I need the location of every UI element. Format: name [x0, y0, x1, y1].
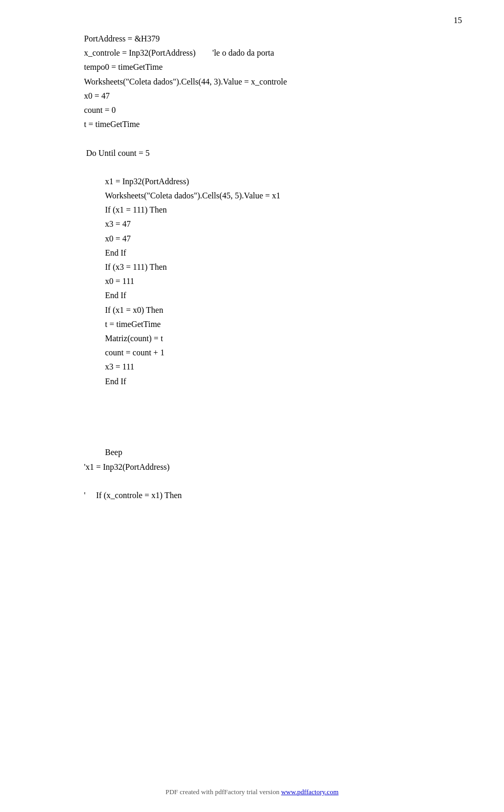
blank-1: [84, 131, 462, 145]
code-line-matriz: Matriz(count) = t: [84, 331, 462, 345]
code-line-4: Worksheets("Coleta dados").Cells(44, 3).…: [84, 75, 462, 89]
blank-6: [84, 431, 462, 445]
code-line-count-increment: count = count + 1: [84, 345, 462, 360]
code-line-endif1: End If: [84, 246, 462, 260]
code-line-if3: If (x1 = x0) Then: [84, 303, 462, 317]
page-number: 15: [454, 16, 462, 25]
footer-link[interactable]: www.pdffactory.com: [281, 788, 338, 796]
code-line-2: x_controle = Inp32(PortAddress) 'le o da…: [84, 46, 462, 60]
code-line-1: PortAddress = &H379: [84, 31, 462, 46]
code-line-x0a: x0 = 47: [84, 231, 462, 246]
blank-4: [84, 403, 462, 417]
code-line-x1: x1 = Inp32(PortAddress): [84, 174, 462, 188]
code-line-do-until: Do Until count = 5: [84, 146, 462, 160]
code-line-t: t = timeGetTime: [84, 317, 462, 331]
code-line-7: t = timeGetTime: [84, 117, 462, 131]
code-line-x0b: x0 = 111: [84, 274, 462, 288]
blank-2: [84, 160, 462, 174]
code-line-worksheets: Worksheets("Coleta dados").Cells(45, 5).…: [84, 188, 462, 203]
code-line-x3b: x3 = 111: [84, 360, 462, 374]
code-line-endif3: End If: [84, 374, 462, 388]
code-line-comment-if: ' If (x_controle = x1) Then: [84, 488, 462, 502]
blank-5: [84, 417, 462, 431]
code-line-beep: Beep: [84, 445, 462, 459]
page-container: 15 PortAddress = &H379 x_controle = Inp3…: [0, 0, 504, 812]
code-line-count: count = 0: [84, 103, 462, 117]
code-block: PortAddress = &H379 x_controle = Inp32(P…: [84, 31, 462, 502]
code-line-x3: x3 = 47: [84, 217, 462, 231]
code-line-5: x0 = 47: [84, 89, 462, 103]
blank-3: [84, 388, 462, 403]
code-line-comment-x1: 'x1 = Inp32(PortAddress): [84, 460, 462, 474]
footer-text: PDF created with pdfFactory trial versio…: [165, 788, 281, 796]
code-line-if1: If (x1 = 111) Then: [84, 203, 462, 217]
code-line-endif2: End If: [84, 288, 462, 302]
code-line-if2: If (x3 = 111) Then: [84, 260, 462, 274]
blank-7: [84, 474, 462, 488]
footer: PDF created with pdfFactory trial versio…: [0, 788, 504, 796]
code-line-3: tempo0 = timeGetTime: [84, 60, 462, 74]
